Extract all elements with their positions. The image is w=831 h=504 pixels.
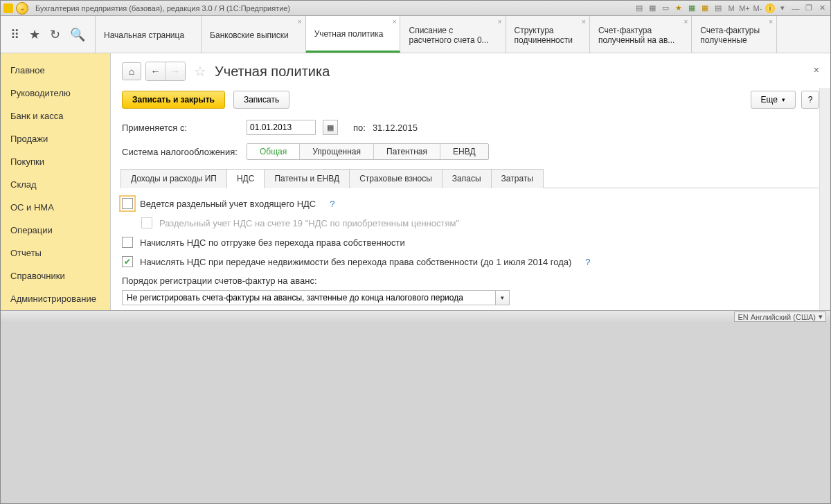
sidebar-item-sales[interactable]: Продажи [1, 127, 110, 150]
language-indicator[interactable]: EN Английский (США)▾ [734, 312, 826, 322]
subtab-stocks[interactable]: Запасы [442, 169, 492, 188]
m-plus-icon[interactable]: M+ [739, 3, 750, 14]
minimize-icon[interactable]: — [790, 3, 801, 14]
main-content: × ⌂ ← → ☆ Учетная политика Записать и за… [110, 53, 830, 310]
checkbox-vat-realestate-label: Начислять НДС при передаче недвижимости … [140, 257, 571, 267]
advance-invoice-select[interactable] [122, 290, 496, 305]
tab-structure[interactable]: Структураподчиненности× [506, 16, 590, 53]
sidebar-item-bank[interactable]: Банк и касса [1, 105, 110, 127]
nav-back-icon[interactable]: ⌄ [16, 2, 28, 15]
applies-from-input[interactable] [247, 120, 316, 135]
tab-close-icon[interactable]: × [769, 18, 773, 26]
checkbox-vat-shipment-label: Начислять НДС по отгрузке без перехода п… [140, 237, 405, 248]
tax-general[interactable]: Общая [247, 144, 300, 159]
tab-close-icon[interactable]: × [298, 18, 302, 26]
to-label: по: [353, 123, 366, 133]
window-title: Бухгалтерия предприятия (базовая), редак… [35, 4, 290, 12]
checkbox-vat-realestate[interactable] [122, 256, 133, 267]
to-date: 31.12.2015 [373, 123, 418, 133]
apps-icon[interactable]: ⠿ [10, 27, 19, 42]
calculator-icon[interactable]: ▦ [699, 3, 711, 14]
home-button[interactable]: ⌂ [122, 62, 141, 80]
date-picker-icon[interactable]: ▦ [323, 120, 338, 135]
sidebar-item-assets[interactable]: ОС и НМА [1, 196, 110, 219]
tab-close-icon[interactable]: × [683, 18, 688, 26]
forward-button[interactable]: → [166, 62, 185, 80]
select-dropdown-icon[interactable]: ▾ [496, 290, 510, 305]
tax-simplified[interactable]: Упрощенная [300, 144, 374, 159]
chevron-down-icon: ▾ [819, 312, 823, 321]
history-icon[interactable]: ↻ [50, 27, 60, 42]
app-icon [3, 3, 13, 13]
m-minus-icon[interactable]: M- [752, 3, 763, 14]
tb-tool-1[interactable]: ▤ [634, 3, 645, 14]
checkbox-separate-vat-label: Ведется раздельный учет входящего НДС [140, 199, 316, 209]
m-icon[interactable]: M [726, 3, 737, 14]
back-button[interactable]: ← [146, 62, 166, 80]
applies-from-label: Применяется с: [122, 123, 240, 133]
sidebar-item-directories[interactable]: Справочники [1, 264, 110, 287]
tb-tool-3[interactable]: ▭ [660, 3, 671, 14]
calendar-icon[interactable]: ▤ [713, 3, 724, 14]
tabs: Начальная страница Банковские выписки× У… [96, 16, 830, 53]
tb-tool-4[interactable]: ▦ [686, 3, 697, 14]
tab-bank[interactable]: Банковские выписки× [202, 16, 306, 53]
tax-system-toggle: Общая Упрощенная Патентная ЕНВД [247, 143, 489, 160]
sidebar-item-operations[interactable]: Операции [1, 219, 110, 242]
sidebar-item-admin[interactable]: Администрирование [1, 287, 110, 310]
tab-close-icon[interactable]: × [393, 18, 397, 26]
sidebar-item-manager[interactable]: Руководителю [1, 82, 110, 105]
sidebar: Главное Руководителю Банк и касса Продаж… [1, 53, 110, 310]
save-close-button[interactable]: Записать и закрыть [122, 91, 225, 109]
subtab-insurance[interactable]: Страховые взносы [349, 169, 443, 188]
tax-envd[interactable]: ЕНВД [440, 144, 488, 159]
sidebar-item-reports[interactable]: Отчеты [1, 242, 110, 264]
page-title: Учетная политика [215, 64, 330, 80]
dropdown-icon[interactable]: ▾ [777, 3, 788, 14]
sidebar-item-purchases[interactable]: Покупки [1, 150, 110, 173]
save-button[interactable]: Записать [233, 91, 289, 109]
help-link-icon[interactable]: ? [330, 199, 334, 209]
sidebar-item-warehouse[interactable]: Склад [1, 173, 110, 196]
help-link-icon[interactable]: ? [585, 257, 590, 267]
scrollbar[interactable] [819, 88, 830, 310]
sidebar-item-main[interactable]: Главное [1, 59, 110, 82]
advance-invoice-label: Порядок регистрации счетов-фактур на ава… [122, 276, 819, 286]
tax-patent[interactable]: Патентная [374, 144, 440, 159]
subtab-income[interactable]: Доходы и расходы ИП [120, 169, 227, 188]
close-icon[interactable]: ✕ [816, 3, 828, 14]
subtab-costs[interactable]: Затраты [491, 169, 544, 188]
subtab-nds[interactable]: НДС [226, 169, 265, 188]
tab-accounting-policy[interactable]: Учетная политика× [306, 16, 401, 53]
favorite-star-icon[interactable]: ☆ [194, 63, 206, 80]
top-toolbar: ⠿ ★ ↻ 🔍 Начальная страница Банковские вы… [1, 16, 830, 53]
help-button[interactable]: ? [801, 91, 819, 109]
checkbox-separate-vat-19 [141, 217, 152, 228]
page-close-icon[interactable]: × [814, 64, 819, 75]
tab-close-icon[interactable]: × [498, 18, 502, 26]
checkbox-separate-vat-19-label: Раздельный учет НДС на счете 19 "НДС по … [159, 218, 459, 228]
tab-close-icon[interactable]: × [582, 18, 586, 26]
checkbox-vat-shipment[interactable] [122, 237, 133, 248]
subtab-patents[interactable]: Патенты и ЕНВД [264, 169, 350, 188]
more-button[interactable]: Еще [751, 91, 796, 109]
tab-invoice-received[interactable]: Счет-фактураполученный на ав...× [590, 16, 692, 53]
titlebar: ⌄ Бухгалтерия предприятия (базовая), ред… [1, 1, 830, 16]
maximize-icon[interactable]: ❐ [803, 3, 814, 14]
favorite-icon[interactable]: ★ [673, 3, 684, 14]
tab-writeoff[interactable]: Списание срасчетного счета 0...× [400, 16, 506, 53]
statusbar: EN Английский (США)▾ [1, 310, 830, 323]
tax-system-label: Система налогообложения: [122, 147, 240, 157]
tb-tool-2[interactable]: ▦ [647, 3, 658, 14]
checkbox-separate-vat[interactable] [122, 198, 133, 209]
tab-invoices[interactable]: Счета-фактурыполученные× [692, 16, 777, 53]
star-icon[interactable]: ★ [29, 27, 40, 42]
info-icon[interactable]: i [765, 3, 775, 13]
subtabs: Доходы и расходы ИП НДС Патенты и ЕНВД С… [120, 168, 819, 188]
search-icon[interactable]: 🔍 [70, 27, 85, 42]
tab-home[interactable]: Начальная страница [96, 16, 202, 53]
